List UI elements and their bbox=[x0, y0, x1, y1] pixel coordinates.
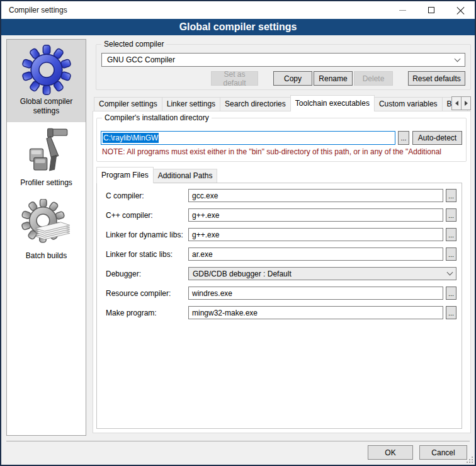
tab-additional-paths[interactable]: Additional Paths bbox=[153, 169, 218, 183]
tab-scroll-arrows bbox=[452, 96, 471, 110]
tab-toolchain-executables[interactable]: Toolchain executables bbox=[290, 95, 375, 111]
debugger-value: GDB/CDB debugger : Default bbox=[193, 270, 448, 278]
chevron-down-icon bbox=[447, 270, 453, 276]
set-as-default-button[interactable]: Set as default bbox=[211, 71, 258, 86]
main-panel: Selected compiler GNU GCC Compiler Set a… bbox=[91, 35, 472, 433]
auto-detect-button[interactable]: Auto-detect bbox=[412, 131, 462, 145]
program-files-page: C compiler: ... C++ compiler: ... Linker… bbox=[96, 183, 462, 429]
tab-linker-settings[interactable]: Linker settings bbox=[162, 97, 220, 111]
settings-tabstrip: Compiler settings Linker settings Search… bbox=[93, 94, 471, 111]
linker-static-browse-button[interactable]: ... bbox=[446, 247, 456, 261]
footer-buttons: OK Cancel bbox=[368, 445, 467, 460]
field-label: Linker for static libs: bbox=[106, 250, 188, 259]
tab-scroll-left-button[interactable] bbox=[451, 96, 462, 110]
field-row-make-program: Make program: ... bbox=[106, 306, 456, 319]
tab-program-files[interactable]: Program Files bbox=[96, 167, 154, 183]
selected-compiler-group: Selected compiler GNU GCC Compiler Set a… bbox=[96, 44, 471, 90]
field-row-resource-compiler: Resource compiler: ... bbox=[106, 287, 456, 300]
compiler-buttons-row: Set as default Copy Rename Delete Reset … bbox=[101, 71, 465, 86]
cpp-compiler-input[interactable] bbox=[188, 208, 443, 222]
arrow-left-icon bbox=[455, 101, 458, 106]
close-icon bbox=[456, 6, 465, 14]
group-label: Compiler's installation directory bbox=[102, 113, 212, 122]
tab-scroll-right-button[interactable] bbox=[461, 96, 471, 110]
ok-button[interactable]: OK bbox=[368, 445, 413, 460]
field-row-linker-static: Linker for static libs: ... bbox=[106, 247, 456, 261]
toolchain-executables-page: Compiler's installation directory C:\ray… bbox=[93, 111, 471, 433]
linker-dynamic-input[interactable] bbox=[188, 228, 443, 241]
selected-compiler-value: GNU GCC Compiler bbox=[107, 55, 455, 64]
sidebar-item-profiler-settings[interactable]: Profiler settings bbox=[7, 122, 86, 194]
sidebar-item-label: Profiler settings bbox=[8, 178, 84, 188]
resource-compiler-input[interactable] bbox=[188, 287, 443, 300]
field-row-cpp-compiler: C++ compiler: ... bbox=[106, 208, 456, 222]
minimize-icon bbox=[399, 10, 406, 11]
linker-dynamic-browse-button[interactable]: ... bbox=[446, 228, 456, 241]
group-label: Selected compiler bbox=[101, 40, 166, 48]
arrow-right-icon bbox=[465, 101, 468, 106]
tab-custom-variables[interactable]: Custom variables bbox=[374, 97, 443, 111]
cancel-button[interactable]: Cancel bbox=[419, 445, 467, 460]
delete-button[interactable]: Delete bbox=[354, 71, 393, 86]
sidebar-item-label: Global compiler settings bbox=[8, 97, 84, 116]
make-program-browse-button[interactable]: ... bbox=[446, 306, 456, 319]
c-compiler-browse-button[interactable]: ... bbox=[446, 189, 456, 202]
installation-directory-group: Compiler's installation directory C:\ray… bbox=[96, 118, 467, 162]
field-label: C compiler: bbox=[106, 191, 188, 200]
field-label: Resource compiler: bbox=[106, 289, 188, 298]
field-label: Make program: bbox=[106, 309, 188, 317]
maximize-button[interactable] bbox=[417, 1, 446, 19]
settings-category-list: Global compiler settings bbox=[6, 39, 86, 436]
minimize-button[interactable] bbox=[388, 1, 417, 19]
field-label: C++ compiler: bbox=[106, 211, 188, 220]
dialog-body: Global compiler settings bbox=[1, 35, 475, 465]
field-row-debugger: Debugger: GDB/CDB debugger : Default bbox=[106, 267, 456, 280]
field-row-linker-dynamic: Linker for dynamic libs: ... bbox=[106, 228, 456, 241]
selected-compiler-combobox[interactable]: GNU GCC Compiler bbox=[101, 53, 465, 67]
installation-directory-value: C:\raylib\MinGW bbox=[103, 133, 159, 143]
resource-compiler-browse-button[interactable]: ... bbox=[446, 287, 456, 300]
resize-grip[interactable] bbox=[466, 456, 473, 463]
reset-defaults-button[interactable]: Reset defaults bbox=[408, 71, 465, 86]
chevron-down-icon bbox=[455, 55, 461, 62]
caliper-icon bbox=[8, 127, 84, 176]
installation-directory-input[interactable]: C:\raylib\MinGW bbox=[101, 131, 395, 145]
field-label: Debugger: bbox=[106, 270, 188, 278]
rename-button[interactable]: Rename bbox=[314, 71, 353, 86]
gray-gear-stack-icon bbox=[8, 199, 84, 249]
maximize-icon bbox=[428, 7, 434, 13]
sidebar-item-global-compiler-settings[interactable]: Global compiler settings bbox=[7, 40, 86, 122]
window-title: Compiler settings bbox=[1, 6, 388, 14]
field-label: Linker for dynamic libs: bbox=[106, 230, 188, 239]
sidebar-item-batch-builds[interactable]: Batch builds bbox=[7, 194, 86, 267]
cpp-compiler-browse-button[interactable]: ... bbox=[446, 208, 456, 222]
titlebar: Compiler settings bbox=[1, 1, 475, 19]
footer-divider bbox=[6, 441, 470, 441]
c-compiler-input[interactable] bbox=[188, 189, 443, 202]
tab-search-directories[interactable]: Search directories bbox=[220, 97, 291, 111]
debugger-combobox[interactable]: GDB/CDB debugger : Default bbox=[188, 267, 456, 280]
field-row-c-compiler: C compiler: ... bbox=[106, 189, 456, 202]
page-title: Global compiler settings bbox=[1, 19, 475, 35]
tab-compiler-settings[interactable]: Compiler settings bbox=[94, 97, 162, 111]
compiler-settings-window: Compiler settings Global compiler settin… bbox=[0, 0, 476, 466]
blue-gear-icon bbox=[8, 45, 84, 95]
sidebar-item-label: Batch builds bbox=[8, 251, 84, 261]
installation-note: NOTE: All programs must exist either in … bbox=[102, 147, 462, 156]
close-button[interactable] bbox=[446, 1, 475, 19]
linker-static-input[interactable] bbox=[188, 247, 443, 261]
browse-directory-button[interactable]: ... bbox=[398, 131, 409, 145]
program-files-tabstrip: Program Files Additional Paths bbox=[96, 167, 470, 183]
make-program-input[interactable] bbox=[188, 306, 443, 319]
installation-directory-row: C:\raylib\MinGW ... Auto-detect bbox=[101, 131, 462, 145]
copy-button[interactable]: Copy bbox=[273, 71, 312, 86]
